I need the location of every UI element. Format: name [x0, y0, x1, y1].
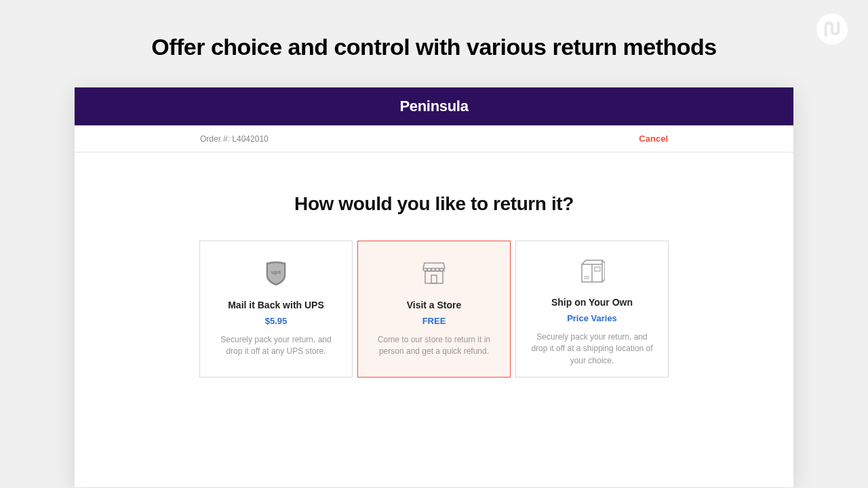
svg-text:ups: ups [271, 269, 281, 275]
option-desc: Come to our store to return it in person… [370, 334, 498, 358]
option-title: Mail it Back with UPS [228, 300, 324, 310]
return-options: ups Mail it Back with UPS $5.95 Securely… [102, 241, 766, 378]
option-title: Ship on Your Own [551, 297, 633, 308]
app-header: Peninsula [75, 87, 793, 125]
order-bar: Order #: L4042010 Cancel [75, 125, 793, 152]
content-area: How would you like to return it? ups Mai… [75, 152, 793, 378]
option-desc: Securely pack your return, and drop it o… [528, 331, 656, 367]
option-card-store[interactable]: Visit a Store FREE Come to our store to … [357, 241, 511, 378]
option-price: $5.95 [265, 316, 288, 326]
svg-rect-1 [425, 271, 443, 283]
brand-name: Peninsula [399, 98, 468, 115]
svg-rect-5 [595, 267, 600, 271]
ups-shield-icon: ups [262, 259, 290, 287]
n-glyph-icon [823, 20, 842, 39]
app-window: Peninsula Order #: L4042010 Cancel How w… [75, 87, 793, 487]
brand-logo-badge [816, 14, 848, 45]
storefront-icon [420, 259, 448, 287]
option-title: Visit a Store [407, 300, 462, 310]
cancel-button[interactable]: Cancel [639, 134, 668, 144]
svg-rect-2 [431, 275, 437, 283]
option-price: Price Varies [567, 313, 617, 323]
option-desc: Securely pack your return, and drop it o… [212, 334, 340, 358]
option-card-own[interactable]: Ship on Your Own Price Varies Securely p… [515, 241, 669, 378]
option-card-ups[interactable]: ups Mail it Back with UPS $5.95 Securely… [199, 241, 353, 378]
shipping-box-icon [578, 259, 606, 285]
page-heading: Offer choice and control with various re… [0, 0, 868, 87]
option-price: FREE [422, 316, 446, 326]
order-number: Order #: L4042010 [200, 134, 269, 144]
return-question: How would you like to return it? [102, 193, 766, 215]
